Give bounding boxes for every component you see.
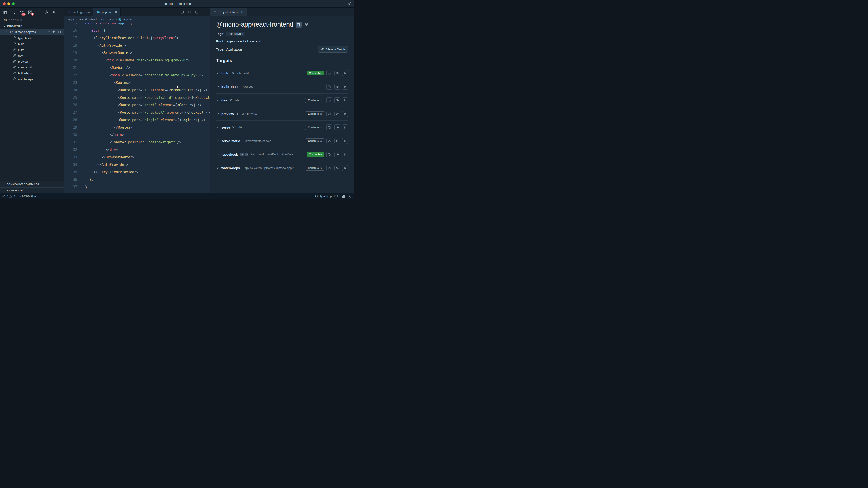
open-changes-icon[interactable] bbox=[181, 10, 184, 14]
target-row[interactable]: typecheck TSTS tsc --build --emitDeclara… bbox=[216, 148, 348, 161]
view-target-icon[interactable] bbox=[334, 138, 340, 144]
nx-console-icon[interactable]: N bbox=[52, 8, 58, 16]
sidebar-target-item[interactable]: build bbox=[0, 41, 64, 47]
target-row[interactable]: dev vite Continuous bbox=[216, 94, 348, 107]
target-row[interactable]: serve-static @nx/web:file-server Continu… bbox=[216, 134, 348, 148]
chevron-down-icon[interactable] bbox=[216, 99, 219, 102]
breadcrumb-item[interactable]: app.tsx bbox=[123, 18, 132, 21]
sidebar-target-item[interactable]: serve-static bbox=[0, 64, 64, 70]
chevron-down-icon[interactable] bbox=[216, 153, 219, 156]
problems-indicator[interactable]: 0 0 bbox=[2, 195, 15, 198]
language-mode[interactable]: {} TypeScript JSX bbox=[315, 195, 338, 198]
chevron-down-icon[interactable] bbox=[216, 139, 219, 142]
view-target-icon[interactable] bbox=[334, 165, 340, 171]
copy-icon[interactable] bbox=[327, 125, 332, 130]
sidebar-target-item[interactable]: watch-deps bbox=[0, 76, 64, 82]
focus-target-icon[interactable] bbox=[58, 30, 61, 34]
line-number: 26 bbox=[64, 101, 77, 109]
code-line: 15export function App() { bbox=[64, 23, 210, 27]
close-window-button[interactable] bbox=[3, 2, 6, 5]
target-row[interactable]: build vite build Cacheable bbox=[216, 66, 348, 80]
copy-icon[interactable] bbox=[327, 70, 332, 76]
chevron-down-icon[interactable] bbox=[216, 72, 219, 75]
split-editor-icon[interactable] bbox=[195, 10, 199, 14]
tab-app-tsx[interactable]: app.tsx ✕ bbox=[93, 8, 121, 16]
run-target-icon[interactable] bbox=[342, 138, 348, 144]
code-line: 36 ); bbox=[64, 176, 210, 184]
breadcrumb-item[interactable]: ... bbox=[137, 18, 139, 21]
copy-icon[interactable] bbox=[327, 138, 332, 144]
run-target-icon[interactable] bbox=[342, 165, 348, 171]
copy-icon[interactable] bbox=[327, 111, 332, 117]
view-target-icon[interactable] bbox=[334, 125, 340, 130]
target-row[interactable]: build-deps nx:noop bbox=[216, 80, 348, 94]
copy-icon[interactable] bbox=[327, 84, 332, 90]
view-target-icon[interactable] bbox=[334, 111, 340, 117]
panel-more-actions-icon[interactable]: ⋯ bbox=[346, 8, 354, 16]
settings-gear-icon[interactable] bbox=[347, 2, 351, 6]
grid-icon[interactable] bbox=[342, 195, 345, 198]
project-row[interactable]: @mono-app/rea... bbox=[0, 29, 64, 35]
vim-mode-indicator[interactable]: -- NORMAL -- bbox=[20, 195, 36, 198]
common-nx-commands-section[interactable]: COMMON NX COMMANDS bbox=[0, 181, 64, 187]
sidebar-target-item[interactable]: preview bbox=[0, 59, 64, 64]
breadcrumb-item[interactable]: app bbox=[110, 18, 114, 21]
run-target-icon[interactable] bbox=[342, 84, 348, 90]
view-in-graph-button[interactable]: View In Graph bbox=[318, 46, 348, 53]
open-folder-icon[interactable] bbox=[47, 30, 50, 34]
chevron-down-icon[interactable] bbox=[216, 112, 219, 116]
line-number: 35 bbox=[64, 168, 77, 176]
sidebar-target-item[interactable]: serve bbox=[0, 47, 64, 53]
copy-icon[interactable] bbox=[52, 30, 56, 34]
remote-explorer-icon[interactable] bbox=[35, 8, 41, 16]
sidebar-target-item[interactable]: dev bbox=[0, 53, 64, 59]
target-row[interactable]: watch-deps npx nx watch --projects @mono… bbox=[216, 161, 348, 175]
search-icon[interactable] bbox=[10, 8, 17, 16]
run-target-icon[interactable] bbox=[342, 97, 348, 103]
nx-migrate-section[interactable]: NX MIGRATE bbox=[0, 187, 64, 193]
code-editor[interactable]: 15export function App() {16 return (17 <… bbox=[64, 23, 210, 193]
view-target-icon[interactable] bbox=[334, 152, 340, 158]
zoom-window-button[interactable] bbox=[12, 2, 15, 5]
more-actions-icon[interactable]: ⋯ bbox=[202, 10, 206, 14]
breadcrumb-separator: › bbox=[98, 18, 99, 21]
testing-beaker-icon[interactable] bbox=[43, 8, 50, 16]
projects-tree: PROJECTS @mono-app/rea... bbox=[0, 24, 64, 181]
target-tool-icons bbox=[229, 99, 232, 102]
target-row[interactable]: serve vite Continuous bbox=[216, 121, 348, 134]
tab-package-json[interactable]: {} package.json bbox=[64, 8, 93, 16]
copy-icon[interactable] bbox=[327, 97, 332, 103]
view-target-icon[interactable] bbox=[334, 84, 340, 90]
view-target-icon[interactable] bbox=[334, 97, 340, 103]
run-target-icon[interactable] bbox=[342, 70, 348, 76]
breadcrumb-item[interactable]: apps bbox=[68, 18, 74, 21]
tab-project-details[interactable]: Project Details ✕ bbox=[210, 8, 247, 16]
refresh-icon[interactable] bbox=[188, 10, 191, 14]
chevron-down-icon[interactable] bbox=[216, 126, 219, 129]
sidebar-target-label: serve bbox=[18, 48, 25, 52]
breadcrumb-item[interactable]: react-frontend bbox=[79, 18, 96, 21]
close-tab-icon[interactable]: ✕ bbox=[115, 10, 117, 13]
copy-icon[interactable] bbox=[327, 152, 332, 158]
target-row[interactable]: preview vite preview Continuous bbox=[216, 107, 348, 121]
run-target-icon[interactable] bbox=[342, 152, 348, 158]
minimize-window-button[interactable] bbox=[7, 2, 10, 5]
files-icon[interactable] bbox=[2, 8, 8, 16]
copy-icon[interactable] bbox=[327, 165, 332, 171]
sidebar-target-item[interactable]: build-deps bbox=[0, 70, 64, 76]
sidebar-target-item[interactable]: typecheck bbox=[0, 35, 64, 41]
run-target-icon[interactable] bbox=[342, 111, 348, 117]
run-target-icon[interactable] bbox=[342, 125, 348, 130]
bell-icon[interactable] bbox=[349, 195, 352, 198]
project-title: @mono-app/react-frontend bbox=[216, 21, 293, 28]
chevron-down-icon[interactable] bbox=[216, 166, 219, 170]
line-number: 21 bbox=[64, 64, 77, 72]
close-panel-icon[interactable]: ✕ bbox=[241, 10, 243, 13]
breadcrumb-item[interactable]: src bbox=[101, 18, 105, 21]
view-target-icon[interactable] bbox=[334, 70, 340, 76]
source-control-icon[interactable]: 32 bbox=[19, 8, 25, 16]
sidebar-more-actions-icon[interactable]: ⋯ bbox=[56, 18, 60, 22]
extensions-icon[interactable]: 1 bbox=[27, 8, 33, 16]
projects-section-row[interactable]: PROJECTS bbox=[0, 24, 64, 29]
chevron-down-icon[interactable] bbox=[216, 85, 219, 88]
